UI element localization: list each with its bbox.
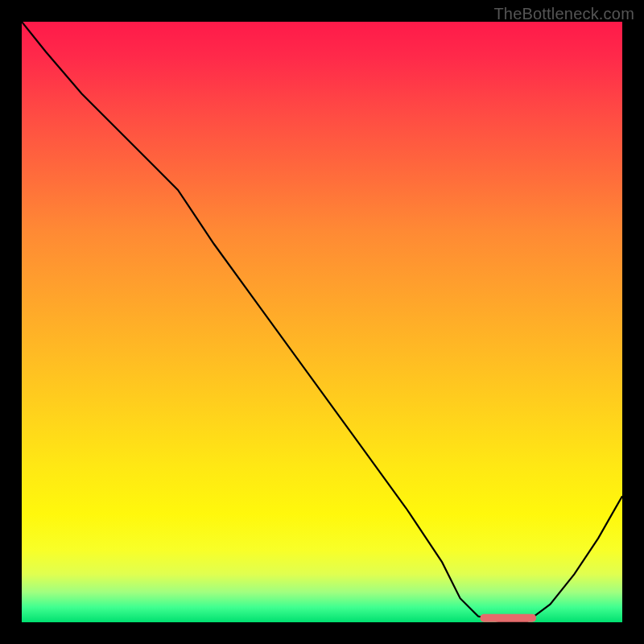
bottleneck-curve [22, 22, 622, 622]
chart-container: TheBottleneck.com [0, 0, 644, 644]
plot-area [22, 22, 622, 622]
watermark-text: TheBottleneck.com [493, 5, 634, 23]
chart-svg [22, 22, 622, 622]
